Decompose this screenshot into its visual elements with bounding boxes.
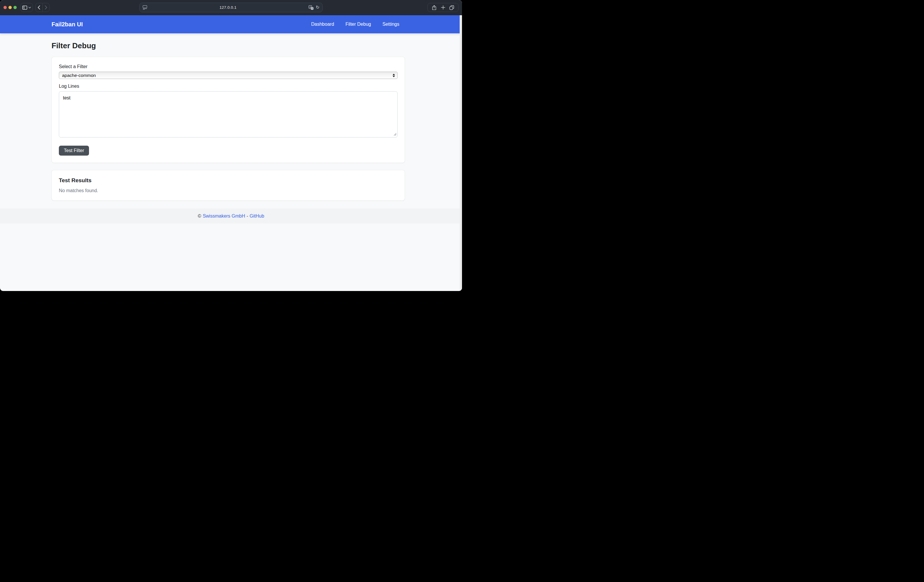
sidebar-icon bbox=[22, 5, 27, 10]
nav-links: Dashboard Filter Debug Settings bbox=[311, 21, 405, 27]
company-link[interactable]: Swissmakers GmbH bbox=[203, 214, 245, 219]
filter-select-label: Select a Filter bbox=[59, 64, 398, 69]
page-footer: © Swissmakers GmbH - GitHub bbox=[0, 209, 462, 224]
share-icon bbox=[432, 5, 437, 10]
brand[interactable]: Fail2ban UI bbox=[51, 21, 83, 28]
filter-form-card: Select a Filter apache-common Log Lines … bbox=[51, 57, 405, 163]
nav-link-filter-debug[interactable]: Filter Debug bbox=[345, 21, 371, 26]
nav-link-dashboard[interactable]: Dashboard bbox=[311, 21, 334, 26]
new-tab-button[interactable] bbox=[441, 5, 446, 10]
history-nav-group bbox=[35, 3, 50, 12]
test-filter-button[interactable]: Test Filter bbox=[59, 146, 89, 156]
address-text[interactable]: 127.0.0.1 bbox=[147, 5, 309, 10]
page-title: Filter Debug bbox=[51, 41, 405, 50]
browser-window: 127.0.0.1 A x ↻ bbox=[0, 0, 462, 291]
test-results-card: Test Results No matches found. bbox=[51, 170, 405, 201]
zoom-button[interactable] bbox=[13, 6, 16, 9]
forward-button[interactable] bbox=[43, 3, 50, 12]
plus-icon bbox=[441, 5, 446, 10]
loglines-label: Log Lines bbox=[59, 84, 398, 89]
site-navbar: Fail2ban UI Dashboard Filter Debug Setti… bbox=[0, 15, 462, 33]
svg-text:x: x bbox=[312, 7, 313, 10]
browser-toolbar: 127.0.0.1 A x ↻ bbox=[0, 0, 462, 15]
nav-link-settings[interactable]: Settings bbox=[382, 21, 399, 26]
translate-icon[interactable]: A x bbox=[309, 5, 314, 10]
footer-separator: - bbox=[246, 214, 248, 219]
chevron-down-icon bbox=[28, 7, 31, 8]
tabs-icon bbox=[449, 5, 454, 10]
main-content: Filter Debug Select a Filter apache-comm… bbox=[51, 33, 405, 201]
forward-icon bbox=[45, 5, 48, 10]
results-message: No matches found. bbox=[59, 188, 398, 193]
loglines-wrap: test bbox=[59, 91, 398, 139]
screen: { "colors": { "chrome-bg": "#262b33", "n… bbox=[0, 0, 462, 291]
toolbar-right-group bbox=[427, 3, 459, 12]
filter-select-wrap: apache-common bbox=[59, 72, 398, 79]
loglines-textarea[interactable]: test bbox=[59, 91, 398, 138]
share-button[interactable] bbox=[432, 5, 437, 10]
github-link[interactable]: GitHub bbox=[250, 214, 264, 219]
minimize-button[interactable] bbox=[8, 6, 12, 9]
filter-select[interactable]: apache-common bbox=[59, 72, 398, 79]
tabs-overview-button[interactable] bbox=[449, 5, 454, 10]
sidebar-button[interactable] bbox=[20, 3, 33, 12]
address-bar[interactable]: 127.0.0.1 A x ↻ bbox=[139, 3, 323, 12]
results-heading: Test Results bbox=[59, 177, 398, 184]
copyright-symbol: © bbox=[198, 214, 201, 219]
page-settings-icon[interactable] bbox=[143, 5, 147, 10]
scrollbar-track[interactable] bbox=[460, 15, 462, 291]
window-controls bbox=[3, 6, 16, 9]
back-icon bbox=[38, 5, 40, 10]
back-button[interactable] bbox=[36, 3, 43, 12]
reload-icon[interactable]: ↻ bbox=[316, 5, 319, 10]
close-button[interactable] bbox=[3, 6, 7, 9]
